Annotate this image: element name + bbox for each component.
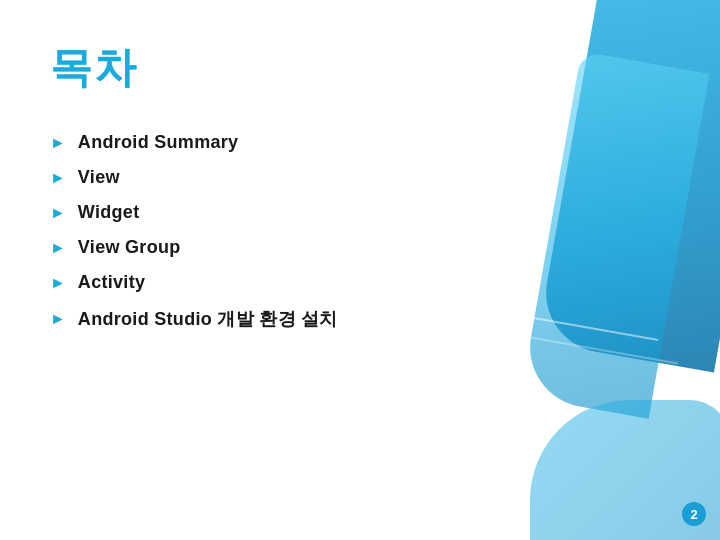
menu-item-label: View Group <box>78 237 181 258</box>
slide-content: 목차 ► Android Summary ► View ► Widget ► V… <box>0 0 520 540</box>
list-item: ► Activity <box>50 272 470 293</box>
slide-title: 목차 <box>50 40 470 96</box>
list-item: ► Android Studio 개발 환경 설치 <box>50 307 470 331</box>
list-item: ► Android Summary <box>50 132 470 153</box>
menu-item-label: View <box>78 167 120 188</box>
arrow-icon: ► <box>50 275 66 291</box>
list-item: ► View Group <box>50 237 470 258</box>
menu-item-label: Android Summary <box>78 132 239 153</box>
deco-shape-1 <box>537 0 720 373</box>
slide: 목차 ► Android Summary ► View ► Widget ► V… <box>0 0 720 540</box>
menu-item-label: Activity <box>78 272 145 293</box>
list-item: ► View <box>50 167 470 188</box>
arrow-icon: ► <box>50 240 66 256</box>
menu-item-label: Android Studio 개발 환경 설치 <box>78 307 338 331</box>
decorative-background <box>500 0 720 540</box>
arrow-icon: ► <box>50 135 66 151</box>
page-number: 2 <box>682 502 706 526</box>
list-item: ► Widget <box>50 202 470 223</box>
arrow-icon: ► <box>50 170 66 186</box>
arrow-icon: ► <box>50 311 66 327</box>
arrow-icon: ► <box>50 205 66 221</box>
table-of-contents: ► Android Summary ► View ► Widget ► View… <box>50 132 470 331</box>
menu-item-label: Widget <box>78 202 140 223</box>
deco-shape-2 <box>521 51 710 418</box>
